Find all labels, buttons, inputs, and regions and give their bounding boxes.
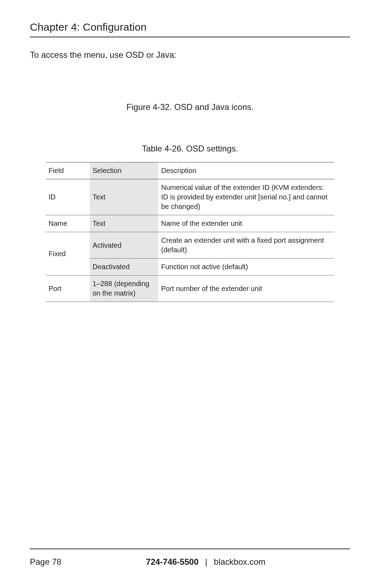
cell-field: Name	[46, 215, 90, 232]
table-header-row: Field Selection Description	[46, 162, 334, 179]
col-header-description: Description	[158, 162, 334, 179]
cell-field: Fixed	[46, 232, 90, 276]
chapter-title: Chapter 4: Configuration	[30, 21, 350, 37]
figure-caption: Figure 4-32. OSD and Java icons.	[30, 102, 350, 112]
cell-selection: 1–288 (depending on the matrix)	[90, 276, 158, 302]
table-caption: Table 4-26. OSD settings.	[30, 144, 350, 154]
cell-description: Create an extender unit with a fixed por…	[158, 232, 334, 259]
table-row: Name Text Name of the extender unit	[46, 215, 334, 232]
table-row: Port 1–288 (depending on the matrix) Por…	[46, 276, 334, 302]
intro-text: To access the menu, use OSD or Java:	[30, 50, 350, 60]
page-number: Page 78	[30, 557, 61, 567]
document-page: Chapter 4: Configuration To access the m…	[0, 0, 380, 588]
cell-description: Name of the extender unit	[158, 215, 334, 232]
table-row: Fixed Activated Create an extender unit …	[46, 232, 334, 259]
cell-description: Function not active (default)	[158, 259, 334, 276]
cell-selection: Text	[90, 179, 158, 215]
footer-separator: |	[201, 557, 211, 567]
cell-field: ID	[46, 179, 90, 215]
cell-field: Port	[46, 276, 90, 302]
col-header-selection: Selection	[90, 162, 158, 179]
cell-description: Numerical value of the extender ID (KVM …	[158, 179, 334, 215]
osd-settings-table: Field Selection Description ID Text Nume…	[46, 162, 334, 302]
footer-phone: 724-746-5500	[146, 557, 198, 567]
cell-selection: Text	[90, 215, 158, 232]
table-row: ID Text Numerical value of the extender …	[46, 179, 334, 215]
cell-description: Port number of the extender unit	[158, 276, 334, 302]
cell-selection: Activated	[90, 232, 158, 259]
col-header-field: Field	[46, 162, 90, 179]
page-footer: Page 78 724-746-5500 | blackbox.com	[0, 549, 380, 567]
cell-selection: Deactivated	[90, 259, 158, 276]
footer-site: blackbox.com	[214, 557, 266, 567]
